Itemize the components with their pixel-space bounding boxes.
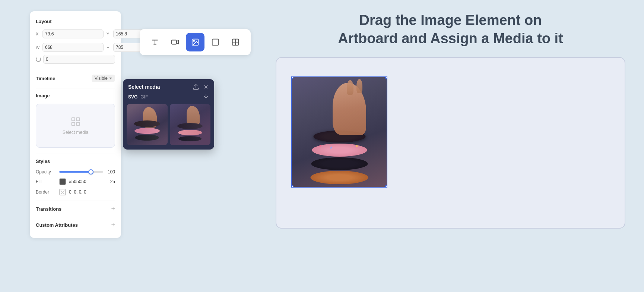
x-input[interactable]: [42, 29, 104, 38]
select-media-box[interactable]: Select media: [36, 104, 115, 148]
svg-point-7: [193, 40, 194, 41]
svg-rect-5: [172, 40, 177, 44]
hero-text: Drag the Image Element on Artboard and A…: [276, 11, 625, 48]
timeline-row: Timeline Visible: [36, 75, 115, 82]
video-tool-button[interactable]: [166, 33, 184, 51]
popup-close-button[interactable]: [203, 84, 209, 90]
canvas-image-content: [292, 77, 387, 187]
w-input[interactable]: [42, 43, 104, 52]
transitions-add-button[interactable]: +: [111, 205, 115, 212]
layout-section-title: Layout: [36, 19, 115, 24]
fill-label: Fill: [36, 179, 56, 184]
grid-icon: [70, 116, 81, 127]
svg-rect-1: [72, 118, 74, 121]
w-label: W: [36, 45, 41, 50]
divider-1: [36, 70, 115, 70]
custom-attributes-label: Custom Attributes: [36, 222, 78, 228]
h-label: H: [107, 45, 112, 50]
popup-header: Select media: [123, 79, 214, 93]
popup-filters: SVG GIF: [123, 93, 214, 104]
resize-handle-br[interactable]: [385, 185, 387, 188]
chevron-down-icon: [109, 78, 112, 79]
border-value: 0, 0, 0, 0: [69, 189, 115, 195]
resize-handle-tr[interactable]: [385, 76, 387, 79]
select-media-popup: Select media SVG GIF: [123, 79, 214, 150]
w-field: W: [36, 43, 104, 52]
styles-section: Styles Opacity 100 Fill #505050 25 Borde…: [36, 158, 115, 195]
svg-rect-8: [212, 39, 219, 45]
border-row: Border 0, 0, 0, 0: [36, 189, 115, 195]
rotation-input[interactable]: [43, 55, 115, 64]
resize-handle-tl[interactable]: [291, 76, 294, 79]
wh-row: W H: [36, 43, 115, 52]
opacity-slider-wrap: 100: [59, 169, 115, 175]
divider-4: [36, 201, 115, 201]
custom-attributes-add-button[interactable]: +: [111, 222, 115, 228]
opacity-slider-track[interactable]: [59, 171, 103, 173]
transitions-label: Transitions: [36, 206, 61, 212]
shape-tool-button[interactable]: [206, 33, 225, 51]
rotation-icon: [36, 57, 41, 62]
fill-color-value: #505050: [69, 179, 107, 184]
filter-tags: SVG GIF: [128, 94, 148, 100]
filter-svg[interactable]: SVG: [128, 94, 137, 100]
hero-line2: Artboard and Assign a Media to it: [276, 29, 625, 48]
opacity-slider-thumb[interactable]: [88, 169, 93, 175]
svg-rect-4: [76, 122, 79, 125]
divider-2: [36, 88, 115, 88]
image-section-title: Image: [36, 93, 115, 98]
left-panel: Layout X Y W H Timeline: [30, 11, 121, 238]
svg-rect-3: [72, 122, 74, 125]
grid-tool-button[interactable]: [226, 33, 245, 51]
custom-attributes-row: Custom Attributes +: [36, 222, 115, 228]
layout-grid: X Y: [36, 29, 115, 38]
media-item-1[interactable]: [127, 104, 168, 145]
opacity-label: Opacity: [36, 169, 56, 175]
visible-text: Visible: [95, 76, 108, 81]
image-section: Image Select media: [36, 93, 115, 148]
visible-dropdown[interactable]: Visible: [92, 75, 115, 82]
styles-section-title: Styles: [36, 158, 115, 164]
fill-row: Fill #505050 25: [36, 178, 115, 185]
filter-gif[interactable]: GIF: [140, 94, 148, 100]
canvas-image-element[interactable]: [291, 76, 387, 188]
y-label: Y: [107, 32, 112, 36]
transitions-row: Transitions +: [36, 205, 115, 212]
border-label: Border: [36, 189, 56, 195]
select-media-label: Select media: [63, 130, 88, 135]
text-tool-button[interactable]: [146, 33, 164, 51]
popup-actions: [193, 84, 209, 90]
timeline-label: Timeline: [36, 76, 55, 81]
popup-title: Select media: [128, 84, 160, 90]
media-grid: [123, 104, 214, 150]
border-disabled-icon[interactable]: [59, 189, 66, 195]
fill-swatch[interactable]: [59, 178, 66, 185]
fill-alpha-value: 25: [110, 179, 115, 184]
popup-sort-button[interactable]: [203, 93, 209, 100]
hero-line1: Drag the Image Element on: [276, 11, 625, 29]
canvas-frame[interactable]: [276, 57, 625, 229]
x-field: X: [36, 29, 104, 38]
image-tool-button[interactable]: [186, 33, 204, 51]
divider-5: [36, 217, 115, 217]
popup-upload-button[interactable]: [193, 84, 199, 90]
x-label: X: [36, 32, 41, 36]
opacity-row: Opacity 100: [36, 169, 115, 175]
artboard-area: Drag the Image Element on Artboard and A…: [276, 11, 625, 281]
divider-3: [36, 154, 115, 154]
media-item-2[interactable]: [170, 104, 211, 145]
rotation-row: [36, 55, 115, 64]
resize-handle-bl[interactable]: [291, 185, 294, 188]
opacity-value: 100: [106, 169, 115, 175]
toolbar: [140, 29, 251, 55]
svg-rect-2: [76, 118, 79, 121]
